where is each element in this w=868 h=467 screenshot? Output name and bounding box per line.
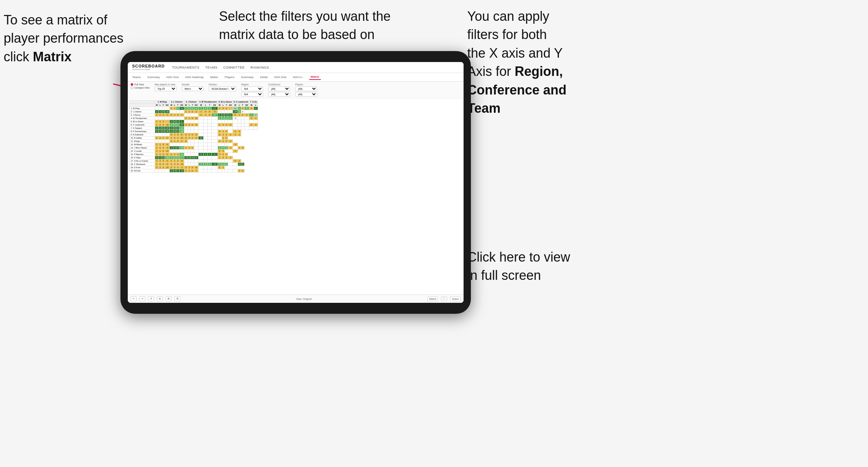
gender-select[interactable]: Men's [182, 86, 204, 91]
matrix-cell: -19 [179, 153, 184, 156]
subnav-matrix[interactable]: Matrix [209, 75, 220, 80]
settings-button[interactable]: ⚙ [174, 296, 180, 301]
toolbar-left: ↩ ↪ ↺ ⊕ ⊞ ⚙ [131, 296, 180, 301]
matrix-cell [173, 110, 176, 113]
table-row: 9. N Gabrelcik01000009011111 [130, 133, 258, 136]
matrix-cell: 0 [176, 153, 179, 156]
matrix-cell: 6 [228, 123, 233, 127]
subnav-matrix-active[interactable]: Matrix [309, 74, 321, 80]
sh-d2: Dif [179, 104, 184, 107]
matrix-cell [208, 150, 212, 153]
matrix-cell: 1 [222, 140, 225, 143]
matrix-cell [165, 133, 169, 136]
matrix-area[interactable]: 1. W Ding 2. L Clanton 3. J Koivun 4. M … [128, 99, 464, 294]
compact-view-radio[interactable] [131, 86, 133, 89]
matrix-cell: 4 [222, 113, 225, 117]
matrix-cell [188, 150, 191, 153]
player-name-cell: 12. M Riedel [130, 143, 155, 146]
matrix-cell: 2 [238, 159, 241, 163]
matrix-cell [254, 120, 258, 123]
nav-committee[interactable]: COMMITTEE [223, 66, 245, 69]
conference-select2[interactable]: (All) [268, 92, 290, 97]
sh-w4: W [199, 104, 204, 107]
share-button[interactable]: Share [450, 297, 461, 301]
max-players-select[interactable]: Top 25 [155, 86, 177, 91]
sh-l6: L [238, 104, 241, 107]
undo-button[interactable]: ↩ [131, 296, 137, 301]
matrix-cell: 2 [218, 146, 222, 150]
matrix-cell [162, 107, 165, 110]
matrix-cell [238, 123, 241, 127]
matrix-cell: 17 [212, 107, 218, 110]
matrix-cell: 0 [222, 107, 225, 110]
full-view-radio[interactable] [131, 83, 133, 86]
players-label: Players [295, 83, 317, 86]
subnav-teams[interactable]: Teams [131, 75, 142, 80]
matrix-cell: 1 [159, 110, 162, 113]
annotation-top-left: To see a matrix of player performances c… [4, 11, 135, 66]
matrix-cell: 0 [179, 133, 184, 136]
app-header: SCOREBOARD Powered by clippd TOURNAMENTS… [128, 62, 464, 73]
matrix-cell: -1 [228, 146, 233, 150]
table-row: 15. P Maichon1100110-194110-722 [130, 153, 258, 156]
subnav-summary[interactable]: Summary [146, 75, 161, 80]
matrix-cell: 1 [155, 150, 159, 153]
matrix-cell [208, 130, 212, 133]
subnav-summary2[interactable]: Summary [239, 75, 255, 80]
header-empty [130, 100, 155, 104]
matrix-cell: 2 [165, 113, 169, 117]
sh-w5: W [218, 104, 222, 107]
matrix-cell [222, 159, 225, 163]
compact-view-label[interactable]: Compact View [131, 86, 150, 89]
matrix-cell: 1 [238, 169, 241, 173]
sh-t6: T [241, 104, 244, 107]
subnav-h2h-heatmap[interactable]: H2H Heatmap [184, 75, 205, 80]
matrix-cell: 2 [173, 166, 176, 169]
matrix-cell: 0 [199, 113, 204, 117]
matrix-cell: 1 [233, 130, 238, 133]
region-select2[interactable]: N/A [241, 92, 263, 97]
watch-button[interactable]: Watch [427, 297, 438, 301]
subnav-players[interactable]: Players [223, 75, 236, 80]
table-row: 20. M Ford331-11110711 [130, 169, 258, 173]
matrix-cell: 11 [199, 136, 204, 140]
subnav-h2h-grid[interactable]: H2H Grid [165, 75, 180, 80]
players-select2[interactable]: (All) [295, 92, 317, 97]
subnav-detail[interactable]: Detail [259, 75, 269, 80]
region-select[interactable]: N/A [241, 86, 263, 91]
matrix-cell: 0 [225, 123, 228, 127]
matrix-cell: 1 [184, 146, 188, 150]
nav-rankings[interactable]: RANKINGS [250, 66, 269, 69]
subnav-h2h-grid2[interactable]: H2H Grid [273, 75, 288, 80]
matrix-cell: 2 [241, 110, 244, 113]
player-name-cell: 14. J Lundin [130, 150, 155, 153]
matrix-cell [188, 113, 191, 117]
matrix-cell: -25 [165, 156, 169, 159]
annotation-top-right: You can apply filters for both the X axi… [467, 7, 606, 117]
matrix-cell: 0 [222, 150, 225, 153]
full-view-label[interactable]: Full View [131, 83, 150, 86]
matrix-cell: 0 [165, 163, 169, 166]
filter-bar: Full View Compact View Max players in vi… [128, 82, 464, 99]
nav-teams[interactable]: TEAMS [205, 66, 218, 69]
matrix-cell [159, 140, 162, 143]
refresh-button[interactable]: ↺ [148, 296, 154, 301]
matrix-cell: 0 [162, 163, 165, 166]
grid-button[interactable]: ⊞ [166, 296, 172, 301]
zoom-button[interactable]: ⊕ [157, 296, 163, 301]
matrix-cell: 0 [191, 169, 194, 173]
players-select[interactable]: (All) [295, 86, 317, 91]
nav-tournaments[interactable]: TOURNAMENTS [172, 66, 199, 69]
division-select[interactable]: NCAA Division I [209, 86, 236, 91]
subnav-h2h-h[interactable]: H2H H... [291, 75, 306, 80]
matrix-cell [249, 127, 254, 130]
division-label: Division [209, 83, 236, 86]
matrix-cell [208, 117, 212, 120]
matrix-cell: 1 [176, 123, 179, 127]
redo-button[interactable]: ↪ [139, 296, 145, 301]
matrix-cell: 0 [233, 113, 238, 117]
fullscreen-button[interactable]: ⛶ [441, 297, 447, 301]
table-row: 11. M Ege010100104 [130, 140, 258, 143]
table-row: 16. K Vilips210-25220433081001 [130, 156, 258, 159]
conference-select[interactable]: (All) [268, 86, 290, 91]
